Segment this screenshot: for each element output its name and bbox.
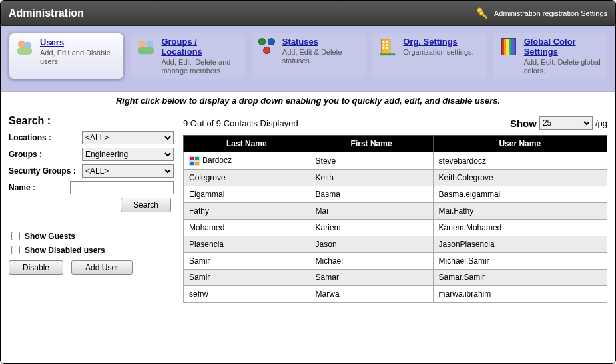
per-page-suffix: /pg (595, 118, 607, 128)
show-guests-checkbox[interactable] (11, 232, 20, 240)
cell-user: Mai.Fathy (433, 203, 607, 220)
svg-rect-13 (383, 44, 385, 46)
cell-first: Jason (310, 236, 433, 253)
cell-last: Samir (184, 270, 310, 286)
show-disabled-checkbox[interactable] (11, 246, 20, 254)
table-row[interactable]: FathyMaiMai.Fathy (184, 203, 607, 220)
users-list-panel: 9 Out of 9 Contacts Displayed Show 25 /p… (183, 115, 607, 303)
col-user[interactable]: User Name (433, 136, 607, 152)
svg-point-4 (18, 41, 25, 48)
table-row[interactable]: ColegroveKeithKeithColegrove (184, 170, 607, 186)
nav-sub: Organization settings. (403, 48, 481, 57)
nav-sub: Add, Edit and Disable users (40, 49, 118, 66)
list-meta: 9 Out of 9 Contacts Displayed Show 25 /p… (183, 115, 607, 130)
table-row[interactable]: sefrwMarwamarwa.ibrahim (184, 286, 607, 303)
nav-card-org[interactable]: Org. Settings Organization settings. (372, 33, 486, 79)
svg-point-7 (139, 41, 146, 48)
cell-user: Michael.Samir (433, 253, 607, 270)
svg-rect-15 (383, 47, 385, 49)
per-page-select[interactable]: 25 (539, 116, 593, 130)
header-bar: Administration Administration registrati… (1, 1, 615, 26)
svg-rect-21 (190, 162, 194, 165)
users-table: Last Name First Name User Name BardoczSt… (183, 135, 607, 303)
cell-user: JasonPlasencia (433, 236, 607, 253)
keys-icon (475, 6, 490, 21)
security-label: Security Groups : (9, 166, 82, 176)
cell-first: Michael (310, 253, 433, 270)
groups-icon (136, 37, 156, 57)
nav-sub: Add, Edit, Delete and manage members (161, 58, 239, 75)
show-label: Show (510, 118, 537, 129)
table-row[interactable]: SamirMichaelMichael.Samir (184, 253, 607, 270)
table-row[interactable]: PlasenciaJasonJasonPlasencia (184, 236, 607, 253)
svg-point-8 (146, 41, 153, 48)
locations-label: Locations : (9, 133, 82, 142)
nav-title: Org. Settings (403, 37, 481, 47)
table-row[interactable]: SamirSamarSamar.Samir (184, 270, 607, 286)
nav-strip: Users Add, Edit and Disable users Groups… (1, 26, 615, 92)
cell-last: Colegrove (184, 170, 310, 186)
cell-last: Elgammal (184, 186, 310, 203)
svg-rect-16 (386, 47, 388, 49)
list-count: 9 Out of 9 Contacts Displayed (183, 118, 298, 128)
search-button[interactable]: Search (121, 198, 171, 212)
groups-label: Groups : (9, 150, 82, 159)
name-label: Name : (9, 183, 70, 192)
search-panel: Search : Locations : <ALL> Groups : Engi… (9, 115, 174, 303)
users-icon (15, 37, 35, 57)
nav-card-colors[interactable]: Global Color Settings Add, Edit, Delete … (493, 33, 607, 79)
cell-user: stevebardocz (433, 152, 607, 170)
show-guests-label: Show Guests (25, 232, 75, 241)
admin-window: Administration Administration registrati… (0, 0, 616, 364)
admin-settings-label: Administration registration Settings (494, 9, 607, 17)
locations-select[interactable]: <ALL> (82, 131, 174, 144)
svg-rect-20 (195, 157, 199, 160)
statuses-icon (257, 37, 277, 57)
cell-user: Samar.Samir (433, 270, 607, 286)
name-input[interactable] (70, 181, 174, 194)
cell-last: Bardocz (184, 152, 310, 170)
groups-select[interactable]: Engineering (82, 148, 174, 161)
nav-card-users[interactable]: Users Add, Edit and Disable users (9, 33, 124, 79)
page-title: Administration (9, 7, 84, 19)
svg-rect-22 (195, 162, 199, 165)
admin-settings-link[interactable]: Administration registration Settings (475, 6, 607, 21)
cell-user: Basma.elgammal (433, 186, 607, 203)
cell-first: Marwa (310, 286, 433, 303)
org-icon (378, 37, 398, 57)
cell-first: Kariem (310, 220, 433, 236)
svg-rect-11 (383, 41, 385, 43)
search-heading: Search : (9, 115, 174, 127)
svg-rect-6 (17, 47, 33, 55)
svg-rect-19 (190, 157, 194, 160)
nav-sub: Add, Edit, Delete global colors. (524, 58, 602, 75)
add-user-button[interactable]: Add User (71, 260, 133, 275)
cell-user: KeithColegrove (433, 170, 607, 186)
nav-title: Statuses (282, 37, 360, 47)
main-area: Search : Locations : <ALL> Groups : Engi… (1, 111, 615, 311)
cell-first: Steve (310, 152, 433, 170)
cell-last: sefrw (184, 286, 310, 303)
cell-first: Mai (310, 203, 433, 220)
col-first[interactable]: First Name (310, 136, 433, 152)
nav-title: Users (40, 37, 118, 47)
show-disabled-label: Show Disabled users (25, 246, 105, 255)
cell-user: Kariem.Mohamed (433, 220, 607, 236)
color-icon (499, 37, 519, 57)
cell-last: Plasencia (184, 236, 310, 253)
col-last[interactable]: Last Name (184, 136, 310, 152)
instruction-text: Right click below to display a drop down… (1, 92, 615, 111)
cell-last: Mohamed (184, 220, 310, 236)
disable-button[interactable]: Disable (9, 260, 63, 275)
nav-title: Groups / Locations (161, 37, 239, 57)
table-row[interactable]: ElgammalBasmaBasma.elgammal (184, 186, 607, 203)
nav-sub: Add, Edit & Delete statuses. (282, 48, 360, 65)
cell-first: Keith (310, 170, 433, 186)
nav-card-groups[interactable]: Groups / Locations Add, Edit, Delete and… (131, 33, 244, 79)
cell-last: Samir (184, 253, 310, 270)
cell-first: Samar (310, 270, 433, 286)
nav-card-statuses[interactable]: Statuses Add, Edit & Delete statuses. (252, 33, 366, 79)
table-row[interactable]: MohamedKariemKariem.Mohamed (184, 220, 607, 236)
security-select[interactable]: <ALL> (82, 164, 174, 178)
table-row[interactable]: BardoczStevestevebardocz (184, 152, 607, 170)
